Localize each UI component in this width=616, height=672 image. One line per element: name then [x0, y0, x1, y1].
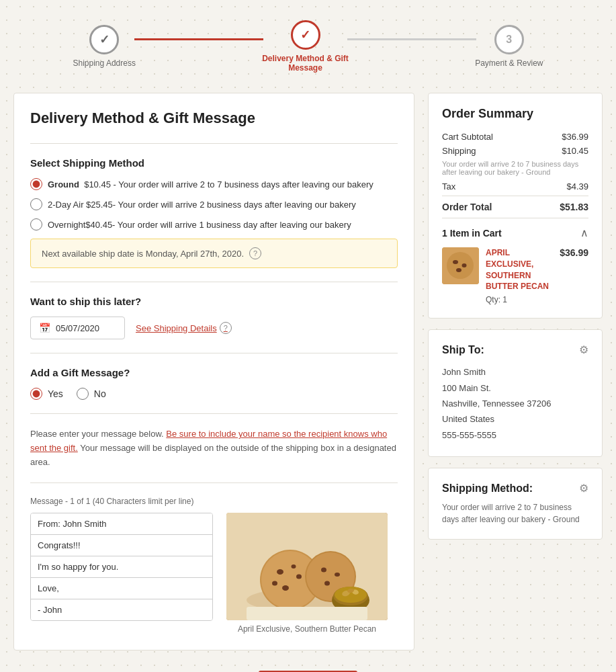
see-shipping-help-icon[interactable]: ? [220, 322, 232, 334]
message-image-row: April Exclusive, Southern Butter Pecan [30, 513, 398, 634]
shipping-radio-ground[interactable] [30, 178, 42, 190]
ship-to-info: John Smith 100 Main St. Nashville, Tenne… [442, 364, 588, 443]
message-lines [30, 513, 213, 621]
step3-number: 3 [506, 34, 512, 46]
gift-no-option[interactable]: No [77, 388, 106, 400]
gift-instruction-plain: Please enter your message below. [30, 429, 166, 439]
step1-circle: ✓ [89, 25, 119, 54]
shipping-value: $10.45 [562, 146, 588, 156]
cart-section-title: 1 Item in Cart [442, 228, 502, 239]
shipping-section-title: Select Shipping Method [30, 157, 398, 169]
ship-date-help-icon[interactable]: ? [249, 247, 261, 259]
svg-point-12 [335, 573, 340, 577]
product-image-caption: April Exclusive, Southern Butter Pecan [226, 624, 388, 634]
tax-row: Tax $4.39 [442, 181, 588, 192]
shipping-method-section: Select Shipping Method Ground $10.45 - Y… [30, 157, 398, 230]
svg-point-23 [453, 260, 458, 264]
shipping-option-ground[interactable]: Ground $10.45 - Your order will arrive 2… [30, 178, 398, 190]
ship-to-title: Ship To: [442, 344, 484, 356]
shipping-row: Shipping $10.45 [442, 146, 588, 156]
cart-section: 1 Item in Cart ∧ [442, 218, 588, 304]
progress-line-1 [134, 38, 263, 40]
step2-checkmark: ✓ [300, 28, 310, 42]
calendar-icon: 📅 [39, 323, 50, 333]
cart-item-qty: Qty: 1 [486, 295, 553, 304]
shipping-option-twoday[interactable]: 2-Day Air $25.45- Your order will arrive… [30, 198, 398, 210]
svg-point-8 [272, 581, 277, 586]
shipping-option-overnight[interactable]: Overnight$40.45- Your order will arrive … [30, 218, 398, 230]
gift-radio-row: Yes No [30, 388, 398, 400]
gift-instruction: Please enter your message below. Be sure… [30, 427, 398, 469]
step1-label: Shipping Address [73, 58, 136, 68]
ship-date-notice-text: Next available ship date is Monday, Apri… [42, 249, 244, 259]
svg-point-5 [296, 575, 302, 579]
cart-item-name: APRIL EXCLUSIVE, SOUTHERN BUTTER PECAN [486, 247, 553, 292]
message-line-3[interactable] [31, 556, 212, 578]
message-label: Message - 1 of 1 (40 Characters limit pe… [30, 497, 398, 506]
svg-point-24 [462, 263, 467, 267]
see-shipping-details-link[interactable]: See Shipping Details ? [136, 322, 232, 334]
ship-to-name: John Smith [442, 364, 588, 380]
shipping-method-gear-icon[interactable]: ⚙ [579, 482, 588, 495]
svg-point-25 [456, 268, 461, 272]
ship-to-city-state: Nashville, Tennessee 37206 [442, 396, 588, 411]
ship-to-header: Ship To: ⚙ [442, 343, 588, 356]
shipping-radio-overnight[interactable] [30, 218, 42, 230]
shipping-subtext: Your order will arrive 2 to 7 business d… [442, 160, 588, 176]
gift-message-title: Add a Gift Message? [30, 367, 398, 378]
ship-later-title: Want to ship this later? [30, 296, 398, 307]
right-panel: Order Summary Cart Subtotal $36.99 Shipp… [428, 93, 603, 540]
ship-to-address1: 100 Main St. [442, 380, 588, 396]
page-title: Delivery Method & Gift Message [30, 110, 398, 127]
order-total-value: $51.83 [560, 202, 588, 212]
cart-header: 1 Item in Cart ∧ [442, 226, 588, 239]
progress-line-2 [347, 38, 476, 40]
step1-checkmark: ✓ [99, 32, 109, 47]
order-summary-title: Order Summary [442, 107, 588, 121]
shipping-label-twoday: 2-Day Air $25.45- Your order will arrive… [48, 200, 356, 210]
svg-point-6 [282, 585, 289, 591]
left-panel: Delivery Method & Gift Message Select Sh… [13, 93, 414, 650]
step-payment-review: 3 Payment & Review [475, 25, 543, 68]
gift-radio-no[interactable] [77, 388, 89, 400]
shipping-label-overnight: Overnight$40.45- Your order will arrive … [48, 220, 351, 230]
step2-label: Delivery Method & GiftMessage [262, 54, 349, 73]
gift-radio-yes[interactable] [30, 388, 42, 400]
svg-point-13 [324, 581, 330, 586]
gift-yes-label: Yes [48, 388, 63, 399]
ship-to-gear-icon[interactable]: ⚙ [579, 343, 588, 356]
cart-item-price: $36.99 [560, 247, 588, 258]
cart-subtotal-row: Cart Subtotal $36.99 [442, 132, 588, 142]
gift-message-section: Add a Gift Message? Yes No Please enter … [30, 367, 398, 634]
cart-subtotal-label: Cart Subtotal [442, 132, 493, 142]
order-summary-box: Order Summary Cart Subtotal $36.99 Shipp… [428, 93, 603, 319]
ship-date-notice: Next available ship date is Monday, Apri… [30, 239, 398, 268]
step-delivery-method: ✓ Delivery Method & GiftMessage [262, 20, 349, 73]
message-line-5[interactable] [31, 599, 212, 620]
see-shipping-link-text: See Shipping Details [136, 323, 217, 333]
shipping-label: Shipping [442, 146, 476, 156]
cart-chevron-icon[interactable]: ∧ [580, 226, 588, 239]
ship-date-input[interactable] [56, 323, 116, 333]
message-line-2[interactable] [31, 535, 212, 556]
message-line-1[interactable] [31, 513, 212, 535]
tax-label: Tax [442, 181, 455, 192]
ship-to-country: United States [442, 411, 588, 427]
step3-circle: 3 [494, 25, 524, 54]
svg-point-4 [277, 569, 283, 575]
tax-value: $4.39 [566, 181, 588, 192]
shipping-method-title: Shipping Method: [442, 482, 533, 495]
date-input-wrapper[interactable]: 📅 [30, 317, 125, 339]
step2-circle: ✓ [291, 20, 320, 50]
gift-instruction-end: Your message will be displayed on the ou… [30, 443, 396, 467]
step-shipping-address: ✓ Shipping Address [73, 25, 136, 68]
svg-point-7 [292, 564, 296, 569]
ship-later-section: Want to ship this later? 📅 See Shipping … [30, 296, 398, 339]
gift-no-label: No [94, 388, 106, 399]
message-line-4[interactable] [31, 578, 212, 599]
shipping-label-ground: Ground $10.45 - Your order will arrive 2… [48, 179, 373, 190]
product-image-container: April Exclusive, Southern Butter Pecan [226, 513, 388, 634]
svg-point-22 [447, 252, 474, 279]
shipping-radio-twoday[interactable] [30, 198, 42, 210]
gift-yes-option[interactable]: Yes [30, 388, 63, 400]
